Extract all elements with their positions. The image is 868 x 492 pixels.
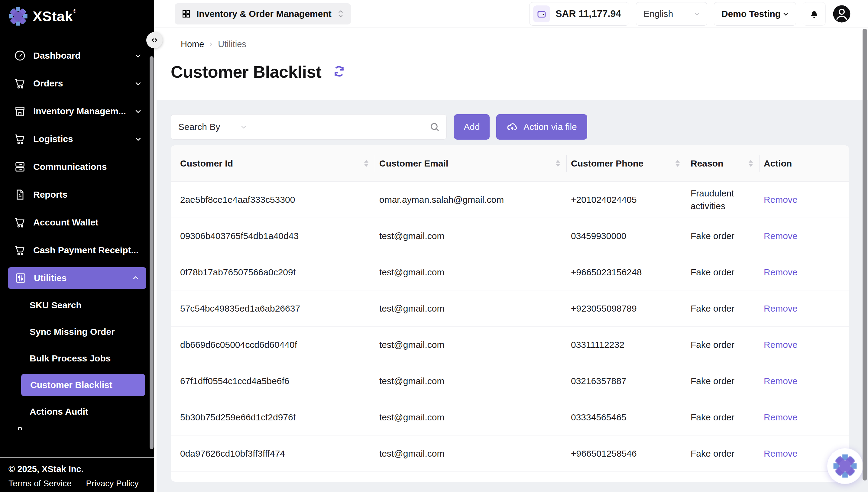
cell-customer-phone: +923055098789 (567, 302, 686, 315)
sidebar-item-utilities[interactable]: Utilities (8, 267, 146, 289)
cell-customer-phone: 03334565465 (567, 411, 686, 424)
table-header-row: Customer IdCustomer EmailCustomer PhoneR… (171, 145, 849, 182)
user-avatar[interactable] (832, 4, 851, 23)
module-selector[interactable]: Inventory & Order Management (175, 3, 351, 24)
sidebar-subitem-sync-missing-order[interactable]: Sync Missing Order (0, 319, 154, 345)
sort-icon[interactable] (364, 160, 368, 167)
server-icon (14, 161, 26, 173)
notifications-button[interactable] (803, 2, 826, 26)
cell-reason: Fake order (686, 411, 760, 424)
sidebar-subitem-label: SKU Search (30, 300, 82, 310)
chevron-down-icon (240, 123, 248, 131)
remove-link[interactable]: Remove (764, 340, 798, 350)
cell-reason: Fake order (686, 375, 760, 388)
blacklist-table: Customer IdCustomer EmailCustomer PhoneR… (171, 145, 849, 482)
language-select[interactable]: English (636, 2, 707, 26)
table-row: 0da97626cd10bf3ff3fff474 test@gmail.com … (171, 436, 849, 472)
chevron-icon (131, 273, 140, 282)
table-row: 09306b403765f54db1a40d43 test@gmail.com … (171, 218, 849, 254)
sidebar-item-reports[interactable]: Reports (0, 181, 154, 208)
sidebar-item-partial (0, 425, 154, 430)
sidebar-item-label: Dashboard (33, 50, 81, 61)
column-header-customer-email[interactable]: Customer Email (375, 145, 567, 181)
cell-reason: Fake order (686, 266, 760, 279)
doc-icon (14, 189, 26, 201)
breadcrumb: Home Utilities (181, 39, 868, 49)
grid-icon (181, 9, 191, 19)
table-row: 5b30b75d259e66d1cf2d976f test@gmail.com … (171, 399, 849, 436)
sidebar-scrollbar[interactable] (150, 56, 153, 449)
table-row: 67f1dff0554c1ccd4a5be6f6 test@gmail.com … (171, 363, 849, 399)
person-icon (14, 425, 26, 430)
sidebar-item-inventory-managem[interactable]: Inventory Managem... (0, 97, 154, 125)
sort-icon[interactable] (749, 160, 753, 167)
store-select[interactable]: Demo Testing (714, 2, 796, 26)
toolbar: Search By Add Action via file (171, 114, 849, 140)
action-via-file-button[interactable]: Action via file (496, 114, 587, 140)
page-title: Customer Blacklist (171, 62, 321, 81)
cart-icon (14, 133, 26, 145)
sidebar-subitem-label: Actions Audit (30, 407, 88, 417)
page-header: Home Utilities Customer Blacklist (154, 28, 868, 100)
xstak-logo-icon (833, 454, 857, 478)
remove-link[interactable]: Remove (764, 231, 798, 241)
refresh-button[interactable] (332, 64, 346, 79)
sidebar-item-cash-payment-receipt[interactable]: Cash Payment Receipt... (0, 236, 154, 264)
add-button[interactable]: Add (454, 114, 490, 140)
sidebar-subitem-sku-search[interactable]: SKU Search (0, 292, 154, 319)
cell-customer-phone: +966501258546 (567, 447, 686, 460)
column-header-reason[interactable]: Reason (686, 145, 760, 181)
cell-customer-phone: +9665023156248 (567, 266, 686, 279)
sidebar-item-orders[interactable]: Orders (0, 70, 154, 97)
wallet-icon (533, 5, 550, 22)
table-row: 0f78b17ab76507566a0c209f test@gmail.com … (171, 254, 849, 290)
sidebar-item-dashboard[interactable]: Dashboard (0, 42, 154, 70)
search-icon[interactable] (429, 122, 440, 132)
sidebar-collapse-button[interactable] (146, 32, 163, 48)
sidebar-item-label: Cash Payment Receipt... (33, 245, 139, 255)
brand-logo[interactable]: XStak® (0, 0, 154, 26)
sidebar-subitem-customer-blacklist[interactable]: Customer Blacklist (21, 374, 145, 396)
cell-customer-email: test@gmail.com (375, 339, 567, 351)
breadcrumb-home-link[interactable]: Home (181, 39, 204, 49)
gauge-icon (14, 50, 26, 62)
search-input[interactable] (253, 114, 447, 140)
cell-customer-id: db669d6c05004ccd6d60440f (171, 339, 375, 351)
sidebar-subitem-actions-audit[interactable]: Actions Audit (0, 398, 154, 425)
sidebar-subitem-bulk-process-jobs[interactable]: Bulk Process Jobs (0, 345, 154, 372)
column-header-customer-phone[interactable]: Customer Phone (567, 145, 686, 181)
search-by-value: Search By (178, 122, 220, 132)
search-by-select[interactable]: Search By (171, 114, 253, 140)
collapse-icon (150, 36, 159, 45)
cart-icon (14, 216, 26, 228)
cell-reason: Fraudulent activities (686, 187, 760, 213)
refresh-icon (332, 64, 346, 78)
remove-link[interactable]: Remove (764, 267, 798, 277)
remove-link[interactable]: Remove (764, 412, 798, 422)
remove-link[interactable]: Remove (764, 448, 798, 459)
cell-customer-id: 09306b403765f54db1a40d43 (171, 230, 375, 242)
remove-link[interactable]: Remove (764, 376, 798, 386)
remove-link[interactable]: Remove (764, 195, 798, 204)
sidebar-item-communications[interactable]: Communications (0, 153, 154, 181)
cell-reason: Fake order (686, 302, 760, 315)
wallet-balance[interactable]: SAR 11,177.94 (529, 2, 629, 26)
cell-customer-email: test@gmail.com (375, 302, 567, 315)
privacy-policy-link[interactable]: Privacy Policy (86, 479, 139, 488)
sidebar-subitem-label: Bulk Process Jobs (30, 353, 110, 364)
terms-of-service-link[interactable]: Terms of Service (8, 479, 72, 488)
breadcrumb-current: Utilities (218, 39, 246, 49)
sidebar-item-logistics[interactable]: Logistics (0, 125, 154, 153)
updown-chevron-icon (337, 9, 344, 19)
cell-reason: Fake order (686, 447, 760, 460)
column-header-customer-id[interactable]: Customer Id (171, 145, 375, 181)
remove-link[interactable]: Remove (764, 303, 798, 313)
page-scrollbar[interactable] (863, 29, 867, 481)
cell-customer-email: test@gmail.com (375, 375, 567, 388)
chat-widget-button[interactable] (827, 448, 863, 484)
cell-reason: Fake order (686, 339, 760, 351)
sidebar-item-account-wallet[interactable]: Account Wallet (0, 208, 154, 236)
cell-customer-id: 57c54bc49835ed1a6ab26637 (171, 302, 375, 315)
sort-icon[interactable] (675, 160, 680, 167)
sort-icon[interactable] (556, 160, 560, 167)
